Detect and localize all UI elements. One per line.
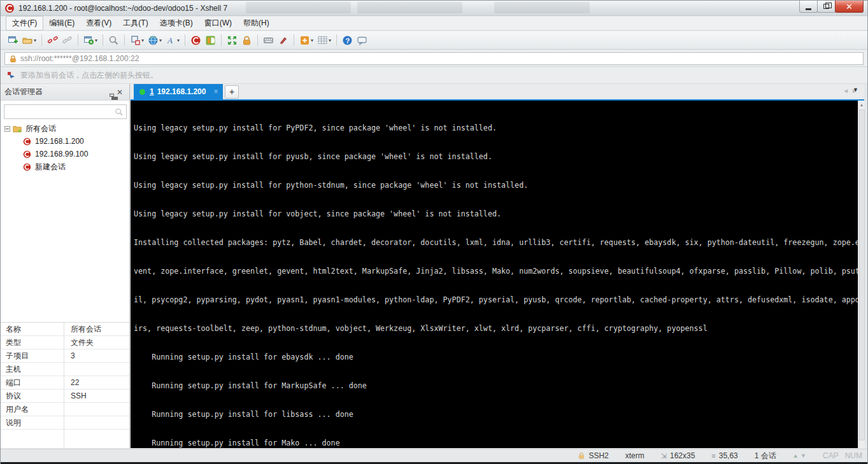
toolbar: ▾ ▾ ▾ ▾ A▾ ▾ ▾ ?: [1, 31, 867, 50]
terminal-line: Using legacy setup.py install for vobjec…: [134, 209, 858, 219]
property-row: 名称所有会话: [1, 323, 129, 336]
property-label: 协议: [1, 390, 64, 402]
cursor-position: ≡35,63: [711, 451, 737, 460]
add-session-arrow-icon: [7, 71, 16, 80]
position-icon: ≡: [711, 452, 715, 460]
status-bar: SSH2 xterm ⇲162x35 ≡35,63 1 会话 ▲ ▼ CAP N…: [1, 449, 867, 462]
terminal-output: Using legacy setup.py install for PyPDF2…: [131, 101, 858, 448]
open-session-icon[interactable]: ▾: [20, 32, 38, 48]
resize-icon: ⇲: [661, 452, 667, 460]
property-row: 子项目3: [1, 349, 129, 363]
title-bar[interactable]: 192.168.1.200 - root@localhost:~/odoo-de…: [1, 1, 867, 16]
session-manager-title: 会话管理器: [4, 87, 103, 97]
minimize-button[interactable]: [799, 1, 818, 13]
xftp-icon[interactable]: [203, 32, 218, 48]
terminal-line: irs, requests-toolbelt, zeep, python-std…: [134, 324, 858, 334]
terminal-scrollbar[interactable]: ▲: [858, 101, 865, 448]
session-properties-table: 名称所有会话 类型文件夹 子项目3 主机 端口22 协议SSH 用户名 说明: [1, 322, 129, 447]
new-file-icon[interactable]: ▾: [297, 32, 315, 48]
property-label: 端口: [1, 376, 64, 389]
close-panel-icon[interactable]: ✕: [114, 88, 125, 97]
session-manager-header: 会话管理器 ✕: [1, 84, 129, 101]
session-manager-panel: 会话管理器 ✕ 所有会话 192.168.1.200 192.168.99.10…: [1, 84, 130, 448]
compose-pen-icon[interactable]: [276, 32, 290, 48]
property-value: 22: [64, 378, 79, 387]
session-url: ssh://root:******@192.168.1.200:22: [20, 54, 139, 63]
help-icon[interactable]: ?: [340, 32, 355, 48]
session-search-box: [4, 104, 127, 119]
fullscreen-icon[interactable]: [225, 32, 239, 48]
maximize-button[interactable]: [817, 1, 836, 13]
session-address-input[interactable]: ssh://root:******@192.168.1.200:22: [4, 52, 864, 65]
session-icon: [22, 162, 32, 172]
tab-index: 1: [150, 87, 154, 96]
tree-node-all-sessions[interactable]: 所有会话: [1, 122, 129, 135]
session-search-input[interactable]: [6, 106, 113, 117]
terminal-line: Using legacy setup.py install for pyusb,…: [134, 152, 858, 162]
encoding-globe-icon[interactable]: ▾: [146, 32, 164, 48]
background-window-ghost: [357, 2, 462, 13]
tab-active-session[interactable]: 1 192.168.1.200 ×: [134, 84, 223, 99]
tree-node-label: 192.168.99.100: [35, 150, 88, 158]
feedback-icon[interactable]: [355, 32, 369, 48]
session-nav-arrows[interactable]: ▲ ▼: [793, 451, 806, 460]
new-tab-button[interactable]: +: [225, 85, 239, 99]
property-label: 类型: [1, 336, 64, 349]
session-icon: [22, 137, 32, 146]
tab-close-icon[interactable]: ×: [213, 87, 218, 96]
window-title: 192.168.1.200 - root@localhost:~/odoo-de…: [18, 4, 227, 13]
property-label: 用户名: [1, 403, 64, 416]
terminal[interactable]: Using legacy setup.py install for PyPDF2…: [131, 101, 858, 448]
property-row-empty: [1, 430, 129, 447]
menu-file[interactable]: 文件(F): [6, 16, 43, 31]
disconnect-icon[interactable]: [45, 32, 60, 48]
tab-menu-caret-icon[interactable]: ▼: [853, 87, 861, 93]
terminal-line: Using legacy setup.py install for python…: [134, 181, 858, 190]
tree-node-label: 所有会话: [25, 123, 56, 134]
xshell-icon[interactable]: [189, 32, 203, 48]
info-bar-text: 要添加当前会话，点击左侧的箭头按钮。: [20, 70, 158, 81]
lock-icon[interactable]: [239, 32, 254, 48]
tree-node-session-3[interactable]: 新建会话: [1, 160, 129, 173]
grid-icon[interactable]: ▾: [315, 32, 333, 48]
tab-strip: 1 192.168.1.200 × + ◄►▼: [131, 84, 864, 101]
session-tree: 所有会话 192.168.1.200 192.168.99.100 新建会话: [1, 122, 129, 173]
menu-tab[interactable]: 选项卡(B): [154, 17, 199, 30]
svg-text:?: ?: [346, 36, 350, 44]
connected-status-dot: [139, 89, 145, 95]
tab-scroll-arrows[interactable]: ◄►▼: [843, 87, 860, 94]
layout-icon[interactable]: ▾: [128, 32, 146, 48]
reconnect-icon[interactable]: [60, 32, 75, 48]
tree-node-session-2[interactable]: 192.168.99.100: [1, 148, 129, 160]
menu-tools[interactable]: 工具(T): [117, 17, 153, 30]
virtual-keyboard-icon[interactable]: [261, 32, 276, 48]
find-icon[interactable]: [106, 32, 121, 48]
background-window-ghost: [246, 2, 351, 13]
property-row: 端口22: [1, 376, 129, 390]
terminal-line: Running setup.py install for MarkupSafe …: [134, 381, 858, 391]
close-button[interactable]: ✕: [835, 1, 864, 13]
terminal-line: Running setup.py install for ebaysdk ...…: [134, 353, 858, 362]
property-row: 类型文件夹: [1, 336, 129, 349]
tree-collapse-icon[interactable]: [4, 126, 10, 132]
property-label: 子项目: [1, 349, 64, 362]
scrollbar-thumb[interactable]: [859, 109, 865, 440]
session-properties-icon[interactable]: ▾: [82, 32, 99, 48]
terminal-line: Running setup.py install for Mako ... do…: [134, 439, 858, 448]
menu-help[interactable]: 帮助(H): [238, 17, 275, 30]
tree-node-session-1[interactable]: 192.168.1.200: [1, 135, 129, 148]
property-value: SSH: [64, 391, 87, 400]
folder-icon: [13, 124, 22, 134]
menu-window[interactable]: 窗口(W): [199, 17, 238, 30]
terminal-type: xterm: [625, 451, 644, 460]
property-value: 所有会话: [64, 324, 101, 335]
scroll-up-icon[interactable]: ▲: [858, 101, 865, 107]
font-icon[interactable]: A▾: [164, 32, 181, 48]
info-bar: 要添加当前会话，点击左侧的箭头按钮。: [1, 67, 867, 84]
property-value: 3: [64, 351, 75, 360]
new-session-icon[interactable]: [6, 32, 20, 48]
svg-text:A: A: [167, 36, 173, 45]
menu-edit[interactable]: 编辑(E): [43, 17, 80, 30]
property-row: 说明: [1, 416, 129, 430]
menu-view[interactable]: 查看(V): [80, 17, 117, 30]
